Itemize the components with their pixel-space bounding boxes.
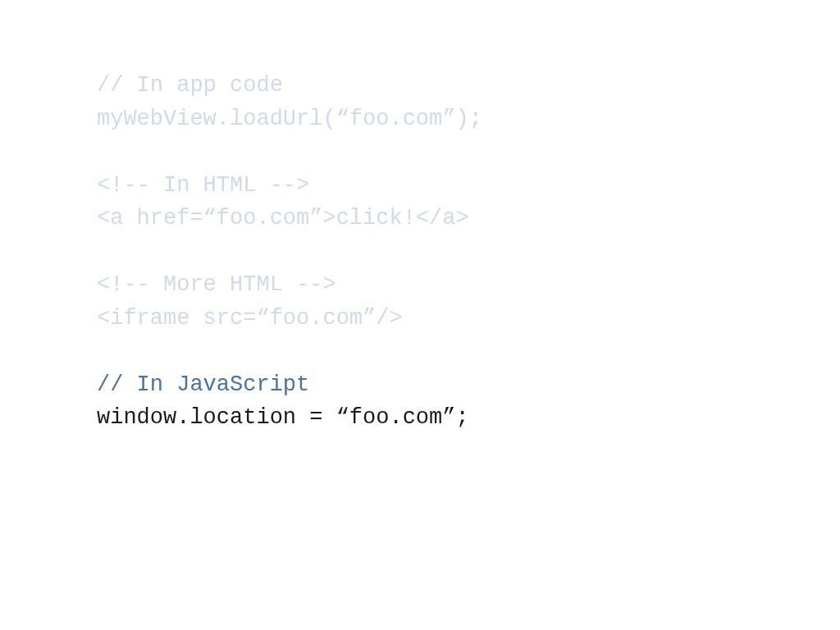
code-line-iframe: <iframe src=“foo.com”/> bbox=[97, 302, 840, 336]
blank-line bbox=[97, 335, 840, 368]
code-comment-more-html: <!-- More HTML --> bbox=[97, 268, 840, 302]
code-slide: // In app code myWebView.loadUrl(“foo.co… bbox=[97, 69, 840, 435]
code-comment-html: <!-- In HTML --> bbox=[97, 169, 840, 203]
blank-line bbox=[97, 235, 840, 269]
code-line-window-location: window.location = “foo.com”; bbox=[97, 401, 840, 435]
code-line-loadurl: myWebView.loadUrl(“foo.com”); bbox=[97, 103, 840, 136]
code-comment-app: // In app code bbox=[97, 69, 840, 103]
code-comment-js: // In JavaScript bbox=[97, 368, 840, 402]
blank-line bbox=[97, 135, 840, 169]
code-line-anchor: <a href=“foo.com”>click!</a> bbox=[97, 202, 840, 235]
